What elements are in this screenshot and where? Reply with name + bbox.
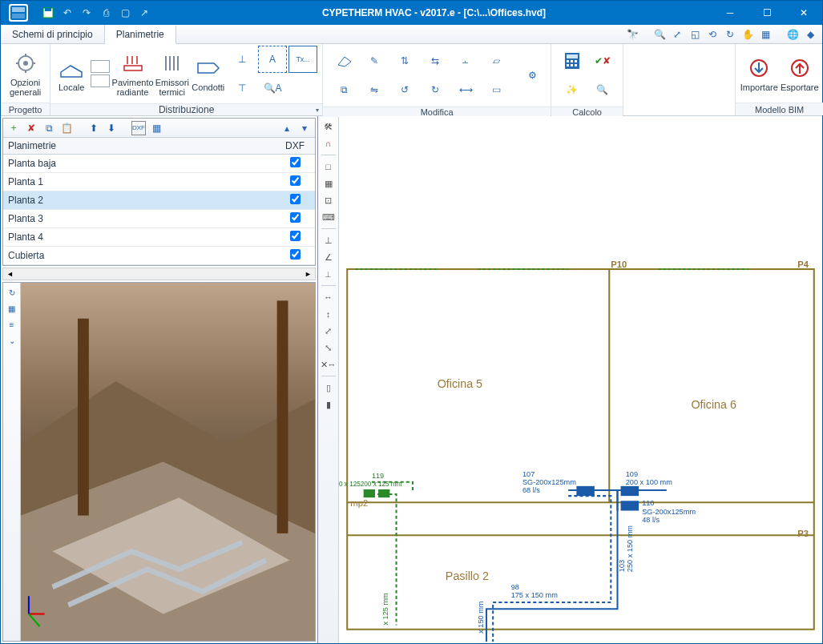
chevron-down-icon[interactable]: ⌄ [6, 334, 18, 347]
duct-tool1-icon[interactable]: ⊥ [228, 46, 256, 73]
dxf-checkbox[interactable] [290, 194, 301, 204]
paste-plan-icon[interactable]: 📋 [59, 121, 74, 135]
measure-icon[interactable]: ⟷ [451, 76, 480, 103]
edit-icon[interactable]: ✎ [360, 47, 389, 74]
find-icon[interactable]: 🔍 [588, 76, 617, 103]
col-planimetrie[interactable]: Planimetrie [3, 138, 275, 155]
erase-icon[interactable] [329, 47, 358, 74]
dxf-checkbox[interactable] [290, 175, 301, 186]
pavimento-radiante-button[interactable]: Pavimento radiante [113, 48, 152, 99]
opzioni-generali-button[interactable]: Opzioni generali [6, 48, 45, 99]
save-icon[interactable] [41, 6, 55, 20]
dxf-checkbox[interactable] [290, 212, 301, 223]
locale-button[interactable]: Locale [55, 53, 87, 95]
move-vert-icon[interactable]: ⇅ [390, 47, 419, 74]
snap-grid-icon[interactable]: ▦ [321, 176, 336, 191]
add-plan-icon[interactable]: ＋ [6, 121, 21, 135]
table-row[interactable]: Planta 4 [3, 228, 315, 247]
keyboard-icon[interactable]: ⌨ [321, 210, 336, 224]
magnet-icon[interactable]: ∩ [321, 136, 336, 151]
dxf-checkbox[interactable] [290, 157, 301, 167]
print-icon[interactable]: ⎙ [99, 6, 113, 20]
tab-schemi[interactable]: Schemi di principio [1, 25, 105, 43]
view3d-hscroll[interactable]: ◄► [2, 268, 316, 280]
table-row[interactable]: Planta 3 [3, 210, 315, 228]
mirror-icon[interactable]: ⇋ [360, 76, 389, 103]
move-horiz-icon[interactable]: ⇆ [421, 47, 450, 74]
plan-name-cell[interactable]: Planta 2 [3, 191, 275, 210]
duct-text-icon[interactable]: Tx... [288, 46, 317, 73]
dim-v-icon[interactable]: ↕ [321, 307, 336, 321]
dxf-icon[interactable]: DXF [131, 121, 146, 135]
check-cross-icon[interactable]: ✔✘ [588, 47, 617, 74]
importare-button[interactable]: Importare [740, 53, 777, 95]
help-icon[interactable]: ◆ [803, 27, 817, 42]
copy-icon[interactable]: ⧉ [329, 76, 358, 103]
locale-sub2-icon[interactable] [91, 74, 110, 87]
orbit-icon[interactable]: ↻ [6, 286, 18, 299]
copy-plan-icon[interactable]: ⧉ [42, 121, 56, 135]
dxf-checkbox[interactable] [290, 231, 301, 241]
angle-icon[interactable]: ∠ [321, 250, 336, 264]
snap-point-icon[interactable]: ⊡ [321, 193, 336, 207]
align-icon[interactable]: ⫠ [451, 47, 480, 74]
table-row[interactable]: Planta 1 [3, 173, 315, 191]
snap-square-icon[interactable]: □ [321, 159, 336, 174]
close-button[interactable]: ✕ [785, 1, 822, 25]
plan-name-cell[interactable]: Planta baja [3, 155, 275, 173]
globe-icon[interactable]: 🌐 [785, 27, 800, 42]
table-row[interactable]: Planta baja [3, 155, 315, 173]
emissori-termici-button[interactable]: Emissori termici [155, 48, 189, 99]
zoom-prev-icon[interactable]: ⟲ [705, 27, 720, 42]
move-up-icon[interactable]: ⬆ [87, 121, 101, 135]
grid-icon[interactable]: ▦ [149, 121, 163, 135]
rotate-left-icon[interactable]: ↺ [390, 76, 419, 103]
locale-sub1-icon[interactable] [91, 60, 110, 73]
esportare-button[interactable]: Esportare [781, 53, 818, 95]
perp-icon[interactable]: ⊥ [321, 233, 336, 248]
plan-name-cell[interactable]: Planta 1 [3, 173, 275, 191]
dim-both-icon[interactable]: ⤢ [321, 324, 336, 338]
dim-h-icon[interactable]: ↔ [321, 290, 336, 304]
view3d-canvas[interactable] [21, 283, 315, 641]
duct-search-icon[interactable]: 🔍A [258, 74, 287, 102]
zoom-full-icon[interactable]: ⤢ [670, 27, 684, 42]
dxf-checkbox[interactable] [290, 249, 301, 260]
redo-icon[interactable]: ↷ [79, 6, 94, 20]
grip1-icon[interactable]: ▯ [321, 380, 336, 395]
zoom-in-icon[interactable]: 🔍 [652, 27, 667, 42]
undo-icon[interactable]: ↶ [60, 6, 75, 20]
collapse-down-icon[interactable]: ▾ [297, 121, 312, 135]
col-dxf[interactable]: DXF [275, 138, 315, 155]
condotti-button[interactable]: Condotti [192, 53, 225, 95]
export-icon[interactable]: ↗ [137, 6, 151, 20]
maximize-button[interactable]: ☐ [748, 1, 785, 25]
floorplan-canvas[interactable]: P10 P4 P3 Oficina 5 Oficina 6 Pasillo 2 … [339, 116, 822, 643]
plan-name-cell[interactable]: Planta 3 [3, 210, 275, 228]
move-down-icon[interactable]: ⬇ [104, 121, 119, 135]
box-icon[interactable]: ▢ [118, 6, 132, 20]
minimize-button[interactable]: ─ [712, 1, 748, 25]
tab-planimetrie[interactable]: Planimetrie [105, 26, 176, 44]
wand-icon[interactable]: ✨ [558, 76, 587, 103]
dim-none-icon[interactable]: ✕↔ [321, 357, 336, 372]
area-icon[interactable]: ▭ [482, 76, 510, 103]
zoom-window-icon[interactable]: ◱ [688, 27, 702, 42]
grip2-icon[interactable]: ▮ [321, 397, 336, 412]
delete-plan-icon[interactable]: ✘ [24, 121, 38, 135]
plan-name-cell[interactable]: Planta 4 [3, 228, 275, 247]
tools-icon[interactable]: 🛠 [321, 119, 336, 134]
config-icon[interactable]: ⚙ [518, 62, 546, 89]
plan-name-cell[interactable]: Cubierta [3, 247, 275, 265]
table-row[interactable]: Cubierta [3, 247, 315, 265]
dim-ext-icon[interactable]: ⤡ [321, 340, 336, 355]
pan-icon[interactable]: ✋ [740, 27, 755, 42]
table-row[interactable]: Planta 2 [3, 191, 315, 210]
print-view-icon[interactable]: ▦ [758, 27, 773, 42]
collapse-up-icon[interactable]: ▴ [280, 121, 294, 135]
ext-icon[interactable]: ⟂ [321, 267, 336, 281]
layers-icon[interactable]: ▱ [482, 47, 510, 74]
duct-autosize-icon[interactable]: A [258, 46, 287, 73]
redraw-icon[interactable]: ↻ [723, 27, 737, 42]
calculator-icon[interactable] [558, 47, 587, 74]
